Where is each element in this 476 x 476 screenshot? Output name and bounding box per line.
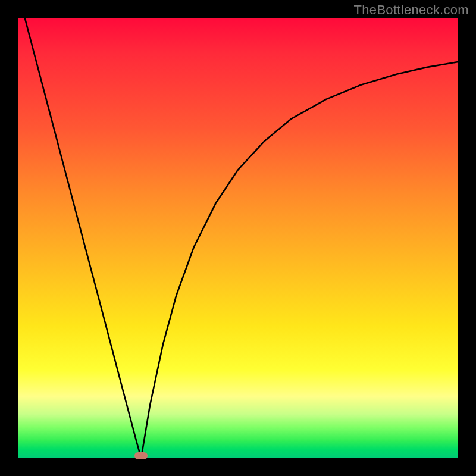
- curve-path: [18, 18, 458, 458]
- minimum-marker: [134, 452, 148, 459]
- watermark-text: TheBottleneck.com: [354, 2, 469, 18]
- plot-area: [18, 18, 458, 458]
- chart-frame: TheBottleneck.com: [0, 0, 476, 476]
- bottleneck-curve: [18, 18, 458, 458]
